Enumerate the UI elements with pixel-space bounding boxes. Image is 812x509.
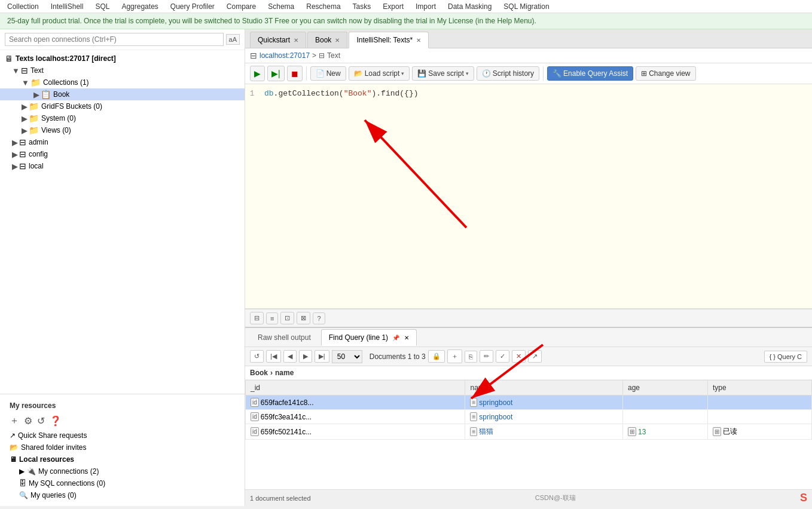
refresh-icon[interactable]: ↺ — [37, 415, 45, 427]
tab-quickstart[interactable]: Quickstart ✕ — [250, 32, 306, 48]
name-value-3: 猫猫 — [479, 427, 493, 437]
stop-button[interactable]: ◼ — [287, 66, 303, 81]
my-queries-item[interactable]: 🔍 My queries (0) — [5, 489, 240, 501]
tree-local-node[interactable]: ▶ ⊟ local — [0, 160, 245, 172]
menu-intellishell[interactable]: IntelliShell — [48, 2, 86, 11]
pin-icon[interactable]: 📌 — [392, 335, 399, 341]
menu-import[interactable]: Import — [413, 2, 438, 11]
tab-book-close[interactable]: ✕ — [335, 37, 340, 44]
toolbar-sep1 — [306, 66, 307, 81]
code-paren1: ( — [339, 89, 344, 98]
menu-schema[interactable]: Schema — [265, 2, 297, 11]
add-doc-btn[interactable]: ＋ — [447, 349, 462, 363]
tree-root-node[interactable]: 🖥 Texts localhost:27017 [direct] — [0, 53, 245, 65]
col-name[interactable]: name — [465, 381, 623, 395]
change-view-button[interactable]: ⊞ Change view — [636, 66, 695, 81]
first-page-btn[interactable]: |◀ — [266, 350, 281, 363]
help-icon[interactable]: ❓ — [50, 415, 62, 427]
tab-intellishell-close[interactable]: ✕ — [416, 37, 421, 44]
id-cell-icon-3: id 659fc502141c... — [251, 427, 312, 436]
my-sql-connections-item[interactable]: 🗄 My SQL connections (0) — [5, 477, 240, 489]
settings-icon[interactable]: ⚙ — [24, 415, 32, 427]
breadcrumb-collection[interactable]: Text — [327, 51, 340, 60]
col-age[interactable]: age — [623, 381, 708, 395]
query-assist-results-label: Query C — [777, 353, 802, 360]
tree-collections-node[interactable]: ▼ 📁 Collections (1) — [0, 76, 245, 88]
add-resource-icon[interactable]: ＋ — [10, 415, 19, 427]
delete-doc-btn[interactable]: ✕ — [512, 350, 526, 363]
menu-sql[interactable]: SQL — [93, 2, 112, 11]
last-page-btn[interactable]: ▶| — [315, 350, 329, 363]
page-size-select[interactable]: 50 100 200 — [332, 350, 362, 363]
validate-doc-btn[interactable]: ✓ — [496, 350, 509, 363]
query-assist-results-btn[interactable]: { } Query C — [764, 351, 807, 363]
menu-reschema[interactable]: Reschema — [304, 2, 343, 11]
menu-data-masking[interactable]: Data Masking — [445, 2, 494, 11]
tree-admin-node[interactable]: ▶ ⊟ admin — [0, 136, 245, 148]
share-icon: ↗ — [10, 431, 16, 440]
load-script-button[interactable]: 📂 Load script ▾ — [349, 66, 410, 81]
tab-book[interactable]: Book ✕ — [307, 32, 347, 48]
menu-collection[interactable]: Collection — [5, 2, 41, 11]
tab-intellishell[interactable]: IntelliShell: Texts* ✕ — [349, 32, 429, 48]
tree-config-node[interactable]: ▶ ⊟ config — [0, 148, 245, 160]
run-step-button[interactable]: ▶| — [267, 66, 285, 81]
editor-btn-2[interactable]: ≡ — [266, 312, 278, 324]
tree-text-node[interactable]: ▼ ⊟ Text — [0, 65, 245, 76]
menu-export[interactable]: Export — [380, 2, 406, 11]
table-row[interactable]: id 659fc3ea141c... ≡ springboot — [246, 410, 812, 424]
edit-doc-btn[interactable]: ✏ — [480, 350, 493, 363]
run-button[interactable]: ▶ — [250, 66, 265, 81]
code-editor[interactable]: 1 db.getCollection("Book").find({}) — [245, 84, 812, 309]
table-row[interactable]: id 659fc502141c... ≡ 猫猫 — [246, 424, 812, 440]
server-icon: 🖥 — [5, 54, 13, 63]
find-query-tab[interactable]: Find Query (line 1) 📌 ✕ — [321, 329, 417, 346]
editor-btn-1[interactable]: ⊟ — [250, 312, 264, 324]
tree-system-node[interactable]: ▶ 📁 System (0) — [0, 112, 245, 124]
editor-help-btn[interactable]: ? — [313, 312, 325, 324]
my-connections-item[interactable]: ▶ 🔌 My connections (2) — [5, 465, 240, 477]
local-resources-item[interactable]: 🖥 Local resources — [5, 453, 240, 465]
quick-share-item[interactable]: ↗ Quick Share requests — [5, 430, 240, 441]
my-connections-label: My connections (2) — [38, 467, 99, 476]
new-button[interactable]: 📄 New — [310, 66, 346, 81]
col-type[interactable]: type — [708, 381, 812, 395]
editor-btn-4[interactable]: ⊠ — [297, 312, 310, 324]
prev-page-btn[interactable]: ◀ — [283, 350, 297, 363]
script-history-label: Script history — [493, 69, 534, 78]
lock-doc-btn[interactable]: 🔒 — [428, 350, 445, 363]
tab-quickstart-close[interactable]: ✕ — [294, 37, 298, 44]
menu-aggregates[interactable]: Aggregates — [119, 2, 160, 11]
save-script-button[interactable]: 💾 Save script ▾ — [412, 66, 474, 81]
script-history-button[interactable]: 🕐 Script history — [477, 66, 539, 81]
menu-tasks[interactable]: Tasks — [350, 2, 374, 11]
id-value-1: 659facfe141c8... — [261, 398, 314, 407]
enable-query-assist-button[interactable]: 🔧 Enable Query Assist — [547, 66, 633, 81]
results-tab-bar: Raw shell output Find Query (line 1) 📌 ✕ — [245, 328, 812, 347]
results-collection-label: Book — [250, 369, 268, 377]
tree-book-node[interactable]: ▶ 📋 Book — [0, 88, 245, 100]
col-id[interactable]: _id — [246, 381, 465, 395]
shared-folder-item[interactable]: 📂 Shared folder invites — [5, 441, 240, 453]
raw-shell-output-tab[interactable]: Raw shell output — [250, 329, 319, 346]
menu-compare[interactable]: Compare — [224, 2, 258, 11]
menu-sql-migration[interactable]: SQL Migration — [501, 2, 551, 11]
refresh-results-btn[interactable]: ↺ — [250, 350, 264, 363]
header-row: _id name age type — [246, 381, 812, 395]
menu-query-profiler[interactable]: Query Profiler — [168, 2, 217, 11]
sidebar: aA 🖥 Texts localhost:27017 [direct] ▼ ⊟ … — [0, 29, 245, 506]
breadcrumb-server[interactable]: localhost:27017 — [260, 51, 310, 60]
next-page-btn[interactable]: ▶ — [299, 350, 312, 363]
expand-icon: ▶ — [33, 90, 39, 99]
tree-views-node[interactable]: ▶ 📁 Views (0) — [0, 124, 245, 136]
copy-doc-btn[interactable]: ⎘ — [465, 351, 477, 363]
tree-gridfs-node[interactable]: ▶ 📁 GridFS Buckets (0) — [0, 100, 245, 112]
search-input[interactable] — [5, 33, 224, 46]
export-doc-btn[interactable]: ↗ — [528, 350, 542, 363]
type-value-3: 已读 — [723, 427, 737, 437]
table-row[interactable]: id 659facfe141c8... ≡ springboot — [246, 395, 812, 410]
search-aa-button[interactable]: aA — [226, 34, 240, 45]
status-bar: 1 document selected CSDN@-联瑞 S — [245, 489, 812, 506]
close-tab-icon[interactable]: ✕ — [404, 335, 409, 341]
editor-btn-3[interactable]: ⊡ — [280, 312, 294, 324]
